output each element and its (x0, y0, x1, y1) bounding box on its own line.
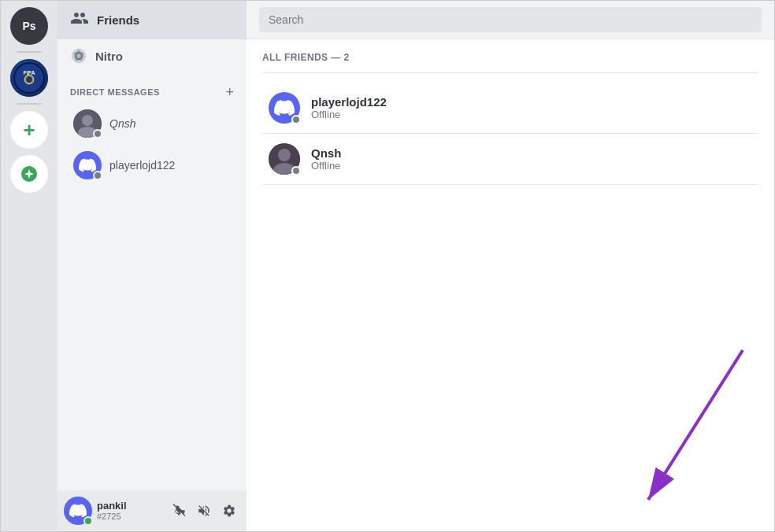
user-panel-avatar (64, 497, 92, 525)
friend-status-playerlojd122 (291, 115, 301, 124)
dm-section-title: DIRECT MESSAGES (70, 87, 160, 97)
friend-name-playerlojd122: playerlojd122 (311, 95, 387, 109)
friend-status-text-qnsh: Offline (311, 160, 341, 172)
settings-button[interactable] (218, 500, 240, 522)
friend-info-playerlojd122: playerlojd122 Offline (311, 95, 387, 120)
nitro-label: Nitro (95, 50, 123, 63)
explore-servers-button[interactable] (10, 155, 48, 193)
dm-avatar-playerlojd122 (73, 151, 102, 179)
svg-point-10 (82, 115, 93, 126)
dm-username-qnsh: Qnsh (109, 117, 135, 130)
user-name: pankil (97, 500, 163, 512)
search-bar-container (247, 1, 774, 39)
dm-sidebar: Friends Nitro DIRECT MESSAGES + (57, 1, 247, 531)
server-divider (17, 51, 42, 53)
svg-point-4 (26, 76, 32, 83)
playerlojd122-status-dot (93, 171, 102, 180)
friends-label: Friends (97, 13, 139, 27)
server-sidebar: Ps FIFA + (1, 1, 57, 531)
dm-section-header: DIRECT MESSAGES + (57, 72, 247, 102)
friend-info-qnsh: Qnsh Offline (311, 146, 341, 172)
friend-avatar-playerlojd122 (269, 92, 300, 124)
friend-status-text-playerlojd122: Offline (311, 109, 387, 120)
dm-list: Qnsh playerlojd122 (57, 102, 247, 490)
user-controls (168, 500, 240, 522)
friend-status-qnsh (291, 166, 301, 175)
friend-avatar-qnsh (269, 143, 300, 175)
add-server-button[interactable]: + (10, 111, 48, 149)
deafen-button[interactable] (193, 500, 215, 522)
nitro-nav-item[interactable]: Nitro (57, 39, 247, 72)
dm-item-playerlojd122[interactable]: playerlojd122 (64, 145, 240, 186)
user-online-status (83, 516, 93, 526)
friend-item-qnsh[interactable]: Qnsh Offline (262, 134, 758, 185)
dm-avatar-qnsh (73, 109, 102, 138)
server-icon-ps[interactable]: Ps (10, 7, 48, 45)
friends-content: ALL FRIENDS — 2 playerlojd122 Offline (247, 39, 774, 531)
user-panel: pankil #2725 (57, 490, 247, 531)
friends-nav-item[interactable]: Friends (57, 1, 247, 39)
all-friends-header: ALL FRIENDS — 2 (262, 52, 758, 73)
svg-point-13 (278, 149, 291, 161)
server-icon-fifa[interactable]: FIFA (10, 59, 48, 97)
dm-add-button[interactable]: + (225, 85, 234, 99)
dm-username-playerlojd122: playerlojd122 (109, 159, 175, 172)
server-divider-2 (17, 103, 42, 105)
nitro-icon (70, 47, 87, 65)
search-input[interactable] (259, 7, 762, 32)
mute-button[interactable] (168, 500, 190, 522)
qnsh-status-dot (93, 129, 102, 139)
dm-item-qnsh[interactable]: Qnsh (64, 103, 240, 144)
friends-icon (70, 9, 89, 31)
main-content: ALL FRIENDS — 2 playerlojd122 Offline (247, 1, 774, 531)
fifa-logo: FIFA (10, 59, 48, 97)
user-info: pankil #2725 (97, 500, 163, 523)
friend-name-qnsh: Qnsh (311, 146, 341, 160)
friend-item-playerlojd122[interactable]: playerlojd122 Offline (262, 83, 758, 134)
user-discriminator: #2725 (97, 512, 163, 522)
